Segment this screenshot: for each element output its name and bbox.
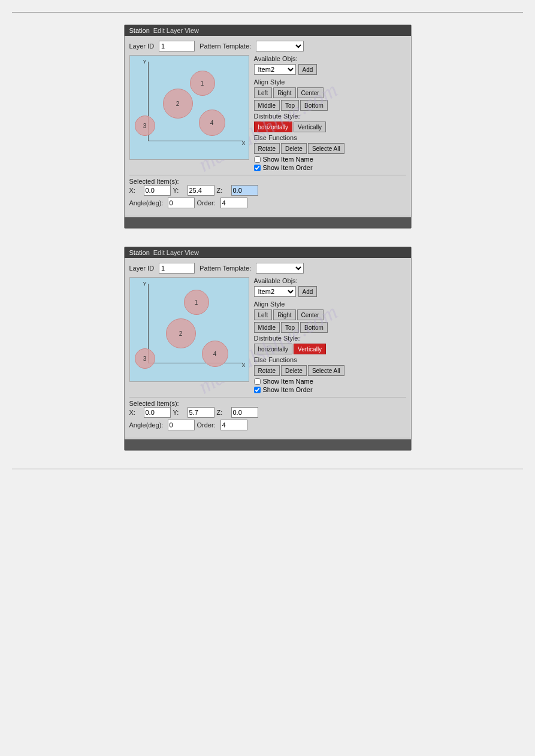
titlebar-edit-1: Edit Layer View (153, 27, 199, 34)
titlebar-edit-2: Edit Layer View (153, 249, 199, 256)
align-left-btn-1[interactable]: Left (254, 87, 273, 98)
distribute-horizontally-btn-1[interactable]: horizontally (254, 122, 293, 132)
panel1-main-content: Y X 2 1 4 3 Available Objs: (129, 55, 406, 171)
show-item-order-checkbox-2[interactable] (254, 387, 261, 393)
distribute-vertically-btn-1[interactable]: Vertically (294, 122, 326, 132)
layer-id-input-1[interactable] (159, 41, 195, 51)
panel2-body: Layer ID Pattern Template: Y X (125, 258, 411, 437)
avail-objs-row-1: Item2 Item1 Item3 Add (254, 64, 406, 75)
align-middle-btn-2[interactable]: Middle (254, 322, 280, 333)
else-row-1: Rotate Delete Selecte All (254, 143, 406, 154)
order-input-2[interactable] (220, 420, 247, 430)
axis-y-label-2: Y (143, 281, 147, 287)
z-input-1[interactable] (231, 185, 258, 196)
add-button-2[interactable]: Add (298, 286, 318, 297)
pattern-template-select-1[interactable] (256, 41, 304, 51)
coord-row2-1: Angle(deg): Order: (129, 198, 406, 208)
avail-objs-label-1: Available Objs: (254, 55, 406, 62)
align-bottom-btn-2[interactable]: Bottom (300, 322, 328, 333)
show-item-order-row-1: Show Item Order (254, 164, 406, 171)
z-input-2[interactable] (231, 407, 258, 418)
avail-objs-row-2: Item2 Item1 Item3 Add (254, 286, 406, 297)
distribute-horizontally-btn-2[interactable]: horizontally (254, 344, 293, 354)
y-label-2: Y: (173, 409, 185, 416)
panel1-body: Layer ID Pattern Template: Y X (125, 36, 411, 215)
panel2-main-content: Y X 1 2 4 3 Available Objs: (129, 277, 406, 393)
show-item-name-label-1: Show Item Name (263, 156, 313, 163)
else-functions-label-1: Else Functions (254, 134, 406, 141)
align-right-btn-1[interactable]: Right (273, 87, 295, 98)
layer-id-input-2[interactable] (159, 263, 195, 274)
select-all-btn-1[interactable]: Selecte All (308, 143, 344, 154)
pattern-template-label-1: Pattern Template: (200, 42, 251, 50)
angle-input-1[interactable] (168, 198, 195, 208)
axis-x-2 (148, 363, 243, 363)
angle-input-2[interactable] (168, 420, 195, 430)
align-left-btn-2[interactable]: Left (254, 309, 273, 320)
titlebar-station-2: Station (129, 249, 150, 256)
layer-id-row-1: Layer ID Pattern Template: (129, 41, 406, 51)
distribute-vertically-btn-2[interactable]: Vertically (294, 344, 326, 354)
distribute-row-1: horizontally Vertically (254, 122, 406, 132)
show-item-order-label-2: Show Item Order (263, 386, 313, 393)
order-label-2: Order: (197, 421, 218, 429)
avail-objs-select-1[interactable]: Item2 Item1 Item3 (254, 64, 296, 75)
align-middle-btn-1[interactable]: Middle (254, 100, 280, 111)
order-input-1[interactable] (220, 198, 247, 208)
y-label-1: Y: (173, 187, 185, 194)
panel2-right-controls: Available Objs: Item2 Item1 Item3 Add Al… (254, 277, 406, 393)
show-item-name-checkbox-1[interactable] (254, 156, 261, 163)
station-panel-2: manualshlive.com Station Edit Layer View… (124, 247, 412, 451)
titlebar-station-1: Station (129, 27, 150, 34)
x-input-2[interactable] (144, 407, 171, 418)
rotate-btn-1[interactable]: Rotate (254, 143, 280, 154)
rotate-btn-2[interactable]: Rotate (254, 365, 280, 376)
circle-2-panel1: 2 (163, 89, 193, 119)
distribute-style-label-1: Distribute Style: (254, 113, 406, 120)
top-divider (12, 12, 523, 13)
x-label-1: X: (129, 187, 141, 194)
delete-btn-2[interactable]: Delete (281, 365, 307, 376)
coord-row2-2: Angle(deg): Order: (129, 420, 406, 430)
align-right-btn-2[interactable]: Right (273, 309, 295, 320)
avail-objs-select-2[interactable]: Item2 Item1 Item3 (254, 286, 296, 297)
select-all-btn-2[interactable]: Selecte All (308, 365, 344, 376)
circle-4-panel1: 4 (199, 110, 225, 136)
add-button-1[interactable]: Add (298, 64, 318, 75)
canvas-1: Y X 2 1 4 3 (129, 55, 249, 160)
panel2-footer (125, 439, 411, 450)
axis-x-1 (148, 141, 243, 141)
selected-items-label-1: Selected Item(s): (129, 178, 179, 185)
bottom-divider (12, 469, 523, 469)
x-input-1[interactable] (144, 185, 171, 196)
show-item-order-checkbox-1[interactable] (254, 165, 261, 171)
panel1-wrapper: manualshlive.com Station Edit Layer View… (0, 25, 535, 229)
delete-btn-1[interactable]: Delete (281, 143, 307, 154)
align-top-btn-2[interactable]: Top (281, 322, 299, 333)
selected-items-label-2: Selected Item(s): (129, 400, 179, 407)
align-style-label-2: Align Style (254, 300, 406, 308)
align-center-btn-2[interactable]: Center (297, 309, 324, 320)
angle-label-2: Angle(deg): (129, 421, 165, 429)
circle-3-panel1: 3 (135, 116, 155, 136)
show-item-order-label-1: Show Item Order (263, 164, 313, 171)
align-center-btn-1[interactable]: Center (297, 87, 324, 98)
y-input-2[interactable] (188, 407, 214, 418)
pattern-template-select-2[interactable] (256, 263, 304, 274)
z-label-2: Z: (217, 409, 229, 416)
else-functions-label-2: Else Functions (254, 356, 406, 363)
layer-id-row-2: Layer ID Pattern Template: (129, 263, 406, 274)
axis-x-label-1: X (241, 140, 245, 146)
coord-row1-2: X: Y: Z: (129, 407, 406, 418)
circle-3-panel2: 3 (135, 348, 155, 369)
angle-label-1: Angle(deg): (129, 199, 165, 207)
show-item-order-row-2: Show Item Order (254, 386, 406, 393)
y-input-1[interactable] (188, 185, 214, 196)
align-bottom-btn-1[interactable]: Bottom (300, 100, 328, 111)
x-label-2: X: (129, 409, 141, 416)
station-panel-1: manualshlive.com Station Edit Layer View… (124, 25, 412, 229)
page: manualshlive.com Station Edit Layer View… (0, 0, 535, 481)
show-item-name-checkbox-2[interactable] (254, 378, 261, 385)
align-top-btn-1[interactable]: Top (281, 100, 299, 111)
axis-x-label-2: X (241, 362, 245, 368)
